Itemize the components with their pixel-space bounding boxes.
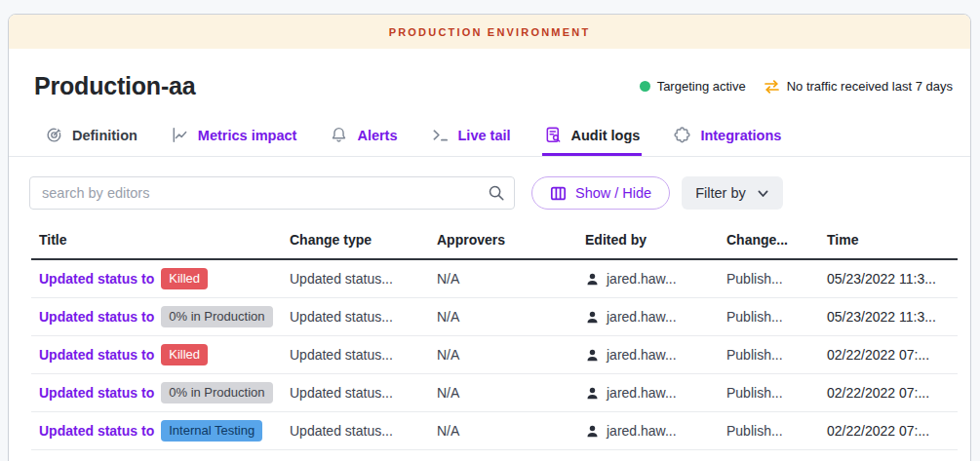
row-change: Publish... [719, 298, 819, 336]
tab-metrics-impact[interactable]: Metrics impact [169, 116, 299, 156]
targeting-status: Targeting active [640, 79, 746, 94]
tab-audit-logs[interactable]: Audit logs [542, 116, 643, 156]
show-hide-button[interactable]: Show / Hide [531, 176, 670, 210]
row-approvers: N/A [429, 374, 577, 412]
column-header-approvers: Approvers [429, 224, 577, 259]
bell-icon [330, 126, 348, 144]
row-time: 05/23/2022 11:3... [819, 298, 958, 336]
row-edited-by: jared.haw... [577, 259, 719, 298]
row-title-link[interactable]: Updated status toKilled [31, 336, 282, 374]
tab-label: Integrations [700, 128, 781, 143]
chevron-down-icon [757, 187, 769, 200]
traffic-status: No traffic received last 7 days [764, 79, 953, 94]
row-edited-by: jared.haw... [577, 336, 719, 374]
line-chart-icon [171, 126, 189, 144]
column-header-change-type: Change type [282, 224, 429, 259]
filter-by-button[interactable]: Filter by [682, 176, 783, 210]
row-edited-by: jared.haw... [577, 298, 719, 336]
tab-live-tail[interactable]: Live tail [429, 116, 513, 156]
table-row: Updated status to0% in Production Update… [31, 298, 958, 336]
row-approvers: N/A [429, 336, 577, 374]
person-icon [585, 310, 600, 325]
tab-bar: Definition Metrics impact Alerts Live ta… [9, 116, 970, 157]
column-header-change: Change... [719, 224, 819, 259]
transfer-arrows-icon [764, 80, 780, 94]
row-change-type: Updated status... [282, 259, 429, 298]
target-icon [45, 126, 63, 144]
person-icon [585, 272, 600, 287]
row-approvers: N/A [429, 259, 577, 298]
person-icon [585, 424, 600, 439]
tab-label: Definition [72, 128, 137, 143]
status-badge: 0% in Production [161, 306, 272, 327]
status-badge: Killed [161, 344, 208, 365]
row-time: 02/22/2022 07:... [819, 374, 958, 412]
puzzle-icon [673, 126, 691, 144]
production-environment-banner: PRODUCTION ENVIRONMENT [9, 15, 970, 49]
row-title-link[interactable]: Updated status to0% in Production [31, 374, 282, 412]
green-dot-icon [640, 81, 650, 92]
row-change-type: Updated status... [282, 336, 429, 374]
table-row: Updated status to0% in Production Update… [31, 374, 958, 412]
tab-label: Alerts [357, 128, 397, 143]
tab-label: Audit logs [571, 128, 641, 143]
column-header-edited-by: Edited by [577, 224, 719, 259]
row-edited-by: jared.haw... [577, 412, 719, 450]
table-row: Updated status toKilled Updated status..… [31, 336, 958, 374]
person-icon [585, 348, 600, 363]
page-title: Production-aa [34, 72, 195, 100]
column-header-title: Title [31, 224, 282, 259]
row-edited-by: jared.haw... [577, 374, 719, 412]
search-input[interactable] [29, 176, 515, 210]
row-change-type: Updated status... [282, 298, 429, 336]
table-row: Updated status toInternal Testing Update… [31, 412, 958, 450]
search-icon [488, 184, 505, 202]
environment-card: PRODUCTION ENVIRONMENT Production-aa Tar… [8, 14, 971, 461]
audit-log-icon [544, 126, 563, 144]
audit-log-table: Title Change type Approvers Edited by Ch… [31, 224, 959, 450]
page-header: Production-aa Targeting active No traffi… [9, 49, 970, 100]
tab-definition[interactable]: Definition [43, 116, 139, 156]
tab-label: Live tail [458, 128, 511, 143]
status-badge: 0% in Production [161, 382, 272, 403]
row-change: Publish... [719, 412, 819, 450]
status-indicators: Targeting active No traffic received las… [640, 79, 953, 94]
person-icon [585, 386, 600, 401]
traffic-status-label: No traffic received last 7 days [787, 79, 953, 94]
tab-alerts[interactable]: Alerts [328, 116, 399, 156]
row-title-link[interactable]: Updated status to0% in Production [31, 298, 282, 336]
tab-integrations[interactable]: Integrations [671, 116, 783, 156]
status-badge: Internal Testing [161, 420, 262, 442]
row-change: Publish... [719, 374, 819, 412]
terminal-icon [431, 126, 450, 144]
banner-label: PRODUCTION ENVIRONMENT [389, 26, 591, 38]
targeting-status-label: Targeting active [657, 79, 746, 94]
columns-icon [550, 185, 567, 202]
row-approvers: N/A [429, 412, 577, 450]
row-title-link[interactable]: Updated status toInternal Testing [31, 412, 282, 450]
row-time: 05/23/2022 11:3... [819, 259, 958, 298]
search-box [29, 176, 515, 210]
show-hide-label: Show / Hide [575, 185, 651, 201]
row-title-link[interactable]: Updated status toKilled [31, 259, 282, 298]
audit-log-toolbar: Show / Hide Filter by [29, 176, 953, 210]
row-change-type: Updated status... [282, 374, 429, 412]
row-time: 02/22/2022 07:... [819, 336, 958, 374]
column-header-time: Time [819, 224, 958, 259]
row-time: 02/22/2022 07:... [819, 412, 958, 450]
table-header-row: Title Change type Approvers Edited by Ch… [31, 224, 958, 259]
tab-label: Metrics impact [198, 128, 297, 143]
row-change: Publish... [719, 259, 819, 298]
filter-by-label: Filter by [695, 185, 746, 201]
table-row: Updated status toKilled Updated status..… [31, 259, 958, 298]
status-badge: Killed [161, 268, 208, 289]
row-approvers: N/A [429, 298, 577, 336]
row-change-type: Updated status... [282, 412, 429, 450]
row-change: Publish... [719, 336, 819, 374]
